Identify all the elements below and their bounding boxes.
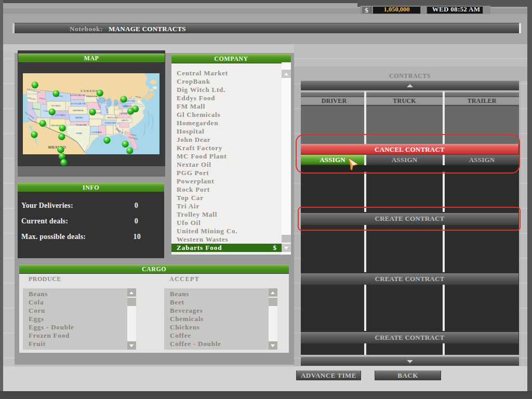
svg-text:WYOMING: WYOMING: [51, 105, 61, 107]
svg-text:TENNESSEE: TENNESSEE: [104, 122, 116, 124]
svg-text:KANSAS: KANSAS: [75, 117, 83, 119]
svg-text:LOUISIANA: LOUISIANA: [91, 131, 102, 134]
svg-text:TEXAS: TEXAS: [76, 132, 82, 135]
svg-text:PENNSYLV: PENNSYLV: [123, 105, 133, 108]
svg-text:MINNESOTA: MINNESOTA: [86, 96, 97, 98]
svg-text:NEBRASKA: NEBRASKA: [73, 110, 83, 112]
svg-text:CAROLI: CAROLI: [121, 119, 128, 122]
svg-text:CANADA: CANADA: [81, 89, 98, 92]
svg-text:COLORADO: COLORADO: [55, 114, 66, 116]
svg-text:SOUTH DAKOTA: SOUTH DAKOTA: [71, 103, 86, 105]
svg-text:OKLAHOMA: OKLAHOMA: [76, 124, 87, 126]
svg-text:VIRGINIA: VIRGINIA: [119, 113, 127, 115]
svg-text:NORTH DAKOTA: NORTH DAKOTA: [70, 95, 85, 97]
svg-text:KENTUCKY: KENTUCKY: [107, 117, 117, 119]
